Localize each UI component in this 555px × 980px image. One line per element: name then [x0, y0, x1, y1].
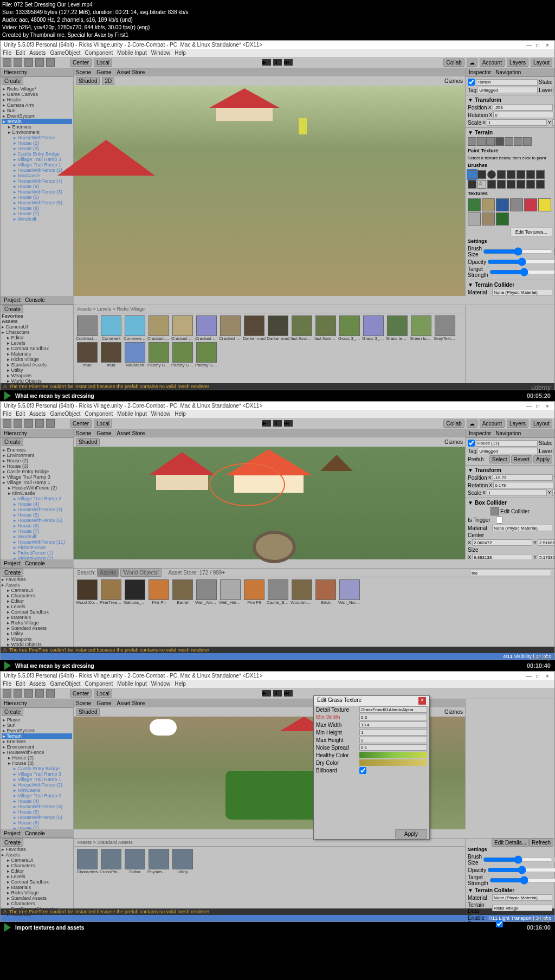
- active-checkbox[interactable]: [468, 79, 475, 86]
- play-button[interactable]: ▶: [262, 420, 271, 427]
- search-filter-world[interactable]: 'World Objects': [120, 569, 162, 577]
- hierarchy-item[interactable]: ▸ Enemies: [2, 447, 72, 453]
- game-tab[interactable]: Game: [96, 69, 111, 75]
- asset-store-tab[interactable]: Asset Store: [117, 69, 145, 75]
- project-tree-item[interactable]: ▸ Utility: [1, 368, 73, 373]
- hierarchy-item[interactable]: ▸ HouseWithFence: [2, 750, 72, 755]
- asset-item[interactable]: Patchy Gre...: [195, 342, 218, 368]
- project-tree-item[interactable]: ▸ World Objects: [1, 642, 73, 647]
- hierarchy-item[interactable]: ▸ EventSystem: [2, 728, 72, 733]
- tag-dropdown[interactable]: [477, 87, 538, 93]
- object-name-input[interactable]: [476, 79, 538, 86]
- asset-item[interactable]: Wall_Albe...: [195, 579, 218, 605]
- brush-item[interactable]: [487, 170, 496, 179]
- settings-icon[interactable]: [523, 137, 532, 146]
- asset-item[interactable]: Comment ...: [124, 315, 146, 341]
- project-tree-item[interactable]: ▸ Combat Sandbox: [1, 879, 73, 885]
- assets-folder[interactable]: Assets: [1, 319, 73, 324]
- hierarchy-item[interactable]: ▸ Village Trail Ramp 3: [2, 474, 72, 480]
- hierarchy-item[interactable]: ▸ MiniCastle: [2, 788, 72, 793]
- project-tree-item[interactable]: ▸ Assets: [1, 582, 73, 588]
- navigation-tab[interactable]: Navigation: [495, 69, 521, 75]
- project-tree-item[interactable]: ▸ Combat Sandbox: [1, 609, 73, 615]
- brush-item[interactable]: ☆: [477, 180, 486, 189]
- project-tree-item[interactable]: ▸ Standard Assets: [1, 626, 73, 631]
- project-tree-item[interactable]: ▸ CameraUI: [1, 588, 73, 593]
- cloud-icon[interactable]: ☁: [467, 59, 477, 67]
- hierarchy-item[interactable]: ▸ House (4): [2, 798, 72, 804]
- texture-item[interactable]: [482, 212, 495, 225]
- minimize-icon[interactable]: —: [526, 42, 532, 48]
- brush-item[interactable]: [517, 180, 525, 189]
- brush-item[interactable]: [536, 170, 545, 179]
- asset-item[interactable]: Castle_Bri...: [267, 579, 289, 605]
- asset-item[interactable]: mud: [100, 342, 122, 368]
- console-tab[interactable]: Console: [25, 297, 45, 303]
- project-tree-item[interactable]: ▸ Utility: [1, 631, 73, 636]
- rect-tool-icon[interactable]: [46, 419, 55, 428]
- hierarchy-item[interactable]: ▸ Castle Entry Bridge: [2, 469, 72, 474]
- terrain-header[interactable]: ▼ Terrain: [467, 129, 553, 136]
- asset-item[interactable]: Wooden_B...: [291, 579, 313, 605]
- scene-view[interactable]: [74, 86, 465, 296]
- project-tree-item[interactable]: ▸ Ricks Village: [1, 620, 73, 626]
- edit-collider-icon[interactable]: [491, 507, 499, 515]
- apply-button[interactable]: Apply: [533, 455, 552, 463]
- apply-button[interactable]: Apply: [395, 829, 427, 839]
- hierarchy-item[interactable]: ▸ HouseWithFence (2): [2, 485, 72, 491]
- hierarchy-item[interactable]: ▸ Environment: [2, 130, 72, 135]
- opacity-slider[interactable]: [487, 260, 554, 264]
- asset-item[interactable]: Utility: [171, 849, 194, 874]
- hierarchy-item[interactable]: ▸ HouseWithFence (3): [2, 507, 72, 512]
- play-button[interactable]: ▶: [262, 59, 271, 66]
- gizmos-dropdown[interactable]: Gizmos: [444, 78, 463, 84]
- billboard-checkbox[interactable]: [359, 767, 366, 774]
- step-button[interactable]: ⏭: [284, 420, 293, 427]
- hierarchy-item[interactable]: ▸ HouseWithFence (5): [2, 815, 72, 820]
- pause-button[interactable]: ⏸: [273, 420, 282, 427]
- project-tree-item[interactable]: ▸ Characters: [1, 901, 73, 906]
- hierarchy-item[interactable]: ▸ Village Trail Ramp 3: [2, 771, 72, 777]
- brush-item[interactable]: [497, 170, 506, 179]
- hierarchy-item[interactable]: ▸ Windmill: [2, 216, 72, 222]
- create-dropdown[interactable]: Create: [2, 305, 23, 313]
- texture-item[interactable]: [482, 198, 495, 211]
- select-button[interactable]: Select: [489, 455, 510, 463]
- hierarchy-item[interactable]: ▸ Camera Arm: [2, 102, 72, 108]
- hierarchy-item[interactable]: ▸ Enemies: [2, 124, 72, 130]
- material-field[interactable]: [492, 289, 552, 295]
- project-tree-item[interactable]: ▸ Levels: [1, 604, 73, 609]
- hierarchy-item[interactable]: ▸ PickettFence (1): [2, 550, 72, 556]
- hierarchy-item[interactable]: ▸ EventSystem: [2, 113, 72, 119]
- project-tree-item[interactable]: ▸ Levels: [1, 874, 73, 879]
- hierarchy-item[interactable]: ▸ Terrain: [2, 119, 72, 124]
- close-icon[interactable]: ×: [546, 42, 551, 48]
- asset-item[interactable]: Comment: [100, 315, 122, 341]
- asset-item[interactable]: Cracked So...: [147, 315, 170, 341]
- layout-button[interactable]: Layout: [531, 59, 552, 67]
- hierarchy-item[interactable]: ▸ Environment: [2, 453, 72, 458]
- project-tree-item[interactable]: ▸ Characters: [1, 863, 73, 868]
- project-tree-item[interactable]: ▸ Materials: [1, 615, 73, 620]
- trees-icon[interactable]: [505, 137, 513, 146]
- project-tree-item[interactable]: ▸ Characters: [1, 330, 73, 335]
- project-tab[interactable]: Project: [4, 297, 21, 303]
- hierarchy-item[interactable]: ▸ Village Trail Ramp 2: [2, 496, 72, 501]
- texture-item[interactable]: [524, 198, 537, 211]
- maximize-icon[interactable]: □: [536, 42, 541, 48]
- scene-tab[interactable]: Scene: [76, 69, 91, 75]
- target-strength-slider[interactable]: [489, 270, 554, 274]
- menu-window[interactable]: Window: [151, 50, 171, 56]
- paint-height-icon[interactable]: [477, 137, 486, 146]
- project-tree-item[interactable]: ▸ Assets: [1, 852, 73, 858]
- close-icon[interactable]: ×: [546, 403, 551, 409]
- asset-item[interactable]: Cracked So...: [171, 315, 194, 341]
- asset-item[interactable]: Green lush...: [410, 315, 433, 341]
- hierarchy-item[interactable]: ▸ PickettFence: [2, 545, 72, 550]
- rot-x[interactable]: [493, 112, 553, 118]
- hierarchy-item[interactable]: ▸ House (3): [2, 463, 72, 469]
- asset-item[interactable]: Cracked So...: [219, 315, 242, 341]
- project-tree-item[interactable]: ▸ Characters: [1, 593, 73, 598]
- brush-size-slider[interactable]: [483, 249, 553, 254]
- asset-item[interactable]: Darker mud: [243, 315, 266, 341]
